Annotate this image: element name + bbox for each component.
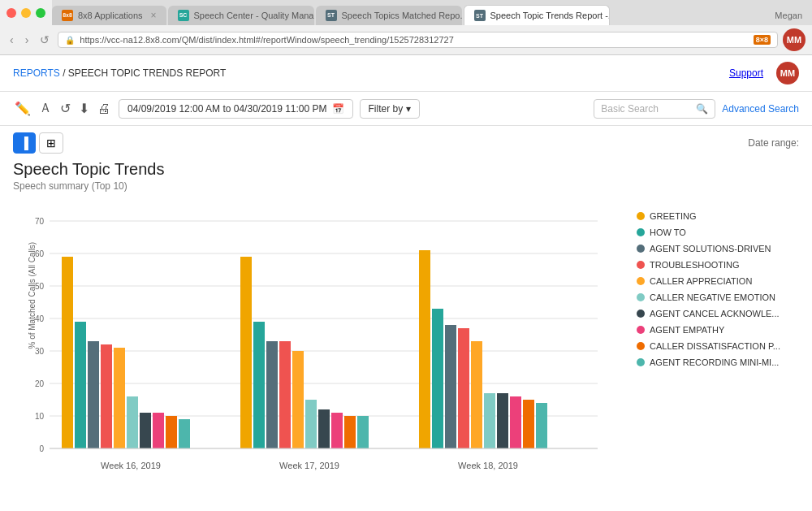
week-18-label: Week 18, 2019 (458, 461, 518, 470)
date-range-text: 04/09/2019 12:00 AM to 04/30/2019 11:00 … (127, 103, 327, 115)
legend-item-agent-rec: AGENT RECORDING MINI-MI... (637, 357, 799, 367)
breadcrumb-separator: / (63, 67, 68, 79)
header-user-avatar[interactable]: MM (776, 62, 799, 84)
breadcrumb-reports-link[interactable]: REPORTS (13, 67, 60, 79)
legend-label-agent-sol: AGENT SOLUTIONS-DRIVEN (650, 244, 771, 253)
legend-item-caller-app: CALLER APPRECIATION (637, 276, 799, 286)
toolbar: ✏️ Ａ ↺ ⬇ 🖨 04/09/2019 12:00 AM to 04/30/… (0, 92, 812, 126)
legend-label-greeting: GREETING (650, 211, 696, 221)
tab-8x8-applications[interactable]: 8x8 8x8 Applications × (52, 6, 166, 25)
legend-item-agent-sol: AGENT SOLUTIONS-DRIVEN (637, 244, 799, 253)
search-placeholder-text: Basic Search (601, 103, 659, 115)
legend-item-trouble: TROUBLESHOOTING (637, 260, 799, 270)
w17-bar-agent-cancel (318, 409, 330, 448)
user-avatar[interactable]: MM (783, 28, 806, 51)
legend-dot-agent-sol (637, 245, 645, 253)
advanced-search-link[interactable]: Advanced Search (722, 103, 799, 115)
w17-bar-agent-emp (331, 413, 343, 448)
breadcrumb-current: SPEECH TOPIC TRENDS REPORT (68, 67, 227, 79)
address-bar[interactable]: 🔒 https://vcc-na12.8x8.com/QM/dist/index… (58, 32, 778, 48)
forward-button[interactable]: › (22, 32, 32, 48)
legend-dot-caller-app (637, 277, 645, 285)
date-range-button[interactable]: 04/09/2019 12:00 AM to 04/30/2019 11:00 … (119, 99, 353, 119)
w18-bar-agent-rec (536, 403, 547, 448)
download-icon-button[interactable]: ⬇ (77, 98, 91, 119)
w16-bar-caller-app (114, 348, 125, 448)
support-link[interactable]: Support (729, 67, 763, 79)
close-light[interactable] (6, 8, 16, 18)
view-controls: ▐ ⊞ Date range: (0, 126, 812, 160)
w18-bar-agent-sol (445, 325, 456, 448)
legend-dot-agent-rec (637, 358, 645, 366)
w18-bar-trouble (458, 328, 469, 448)
w18-bar-greeting (419, 250, 430, 448)
w16-bar-agent-emp (153, 413, 164, 448)
tab-label-2: Speech Center - Quality Mana... (194, 11, 314, 20)
tab-favicon-1: 8x8 (62, 10, 73, 21)
legend-dot-caller-neg (637, 293, 645, 301)
w18-bar-agent-emp (510, 396, 521, 448)
w18-bar-caller-dis (523, 400, 534, 448)
toolbar-icons: ✏️ Ａ ↺ ⬇ 🖨 (13, 98, 112, 119)
legend-label-agent-emp: AGENT EMPATHY (650, 325, 724, 335)
w18-bar-agent-cancel (497, 393, 508, 448)
table-view-button[interactable]: ⊞ (39, 132, 63, 154)
legend-label-caller-app: CALLER APPRECIATION (650, 276, 752, 286)
address-bar-row: ‹ › ↺ 🔒 https://vcc-na12.8x8.com/QM/dist… (0, 25, 812, 54)
refresh-icon-button[interactable]: ↺ (58, 98, 72, 119)
w18-bar-howto (432, 309, 443, 448)
w17-bar-agent-rec (357, 416, 369, 448)
legend-dot-trouble (637, 261, 645, 269)
bar-chart-view-button[interactable]: ▐ (13, 132, 36, 154)
refresh-button[interactable]: ↺ (37, 32, 53, 48)
table-icon: ⊞ (46, 136, 56, 149)
tab-label-3: Speech Topics Matched Repo... (342, 11, 462, 20)
y-label-20: 20 (35, 379, 45, 388)
window-title: Megan (775, 11, 812, 20)
chart-container: % of Matched Calls (All Calls) 0 10 20 3… (13, 205, 799, 483)
app-header: REPORTS / SPEECH TOPIC TRENDS REPORT Sup… (0, 55, 812, 92)
minimize-light[interactable] (21, 8, 31, 18)
maximize-light[interactable] (36, 8, 45, 18)
w17-bar-caller-app (292, 351, 304, 448)
edit-icon-button[interactable]: ✏️ (13, 98, 32, 119)
header-actions: Support MM (729, 62, 799, 84)
legend-label-agent-cancel: AGENT CANCEL ACKNOWLE... (650, 309, 780, 318)
w17-bar-howto (253, 322, 265, 448)
back-button[interactable]: ‹ (6, 32, 17, 48)
bar-chart-icon: ▐ (20, 136, 28, 149)
w18-bar-caller-neg (484, 393, 495, 448)
legend-dot-greeting (637, 212, 645, 220)
search-icon: 🔍 (696, 103, 708, 115)
tab-favicon-2: SC (178, 10, 189, 21)
legend-item-agent-emp: AGENT EMPATHY (637, 325, 799, 335)
print-icon-button[interactable]: 🖨 (96, 98, 112, 119)
legend-item-greeting: GREETING (637, 211, 799, 221)
date-range-label: Date range: (748, 137, 799, 149)
text-icon-button[interactable]: Ａ (37, 98, 54, 119)
w17-bar-caller-neg (305, 400, 317, 448)
breadcrumb: REPORTS / SPEECH TOPIC TRENDS REPORT (13, 67, 729, 79)
legend-dot-caller-dis (637, 342, 645, 350)
chart-area: Speech Topic Trends Speech summary (Top … (0, 160, 812, 496)
legend-label-trouble: TROUBLESHOOTING (650, 260, 740, 270)
legend-item-caller-dis: CALLER DISSATISFACTION P... (637, 341, 799, 351)
y-label-0: 0 (39, 444, 44, 453)
filter-chevron-icon: ▾ (406, 103, 411, 115)
tab-speech-topics[interactable]: ST Speech Topics Matched Repo... × (316, 6, 462, 25)
tab-speech-center[interactable]: SC Speech Center - Quality Mana... × (168, 6, 314, 25)
tab-speech-trends[interactable]: ST Speech Topic Trends Report -... × (464, 5, 610, 25)
filter-by-button[interactable]: Filter by ▾ (360, 99, 421, 119)
legend-label-agent-rec: AGENT RECORDING MINI-MI... (650, 357, 779, 367)
chart-legend: GREETING HOW TO AGENT SOLUTIONS-DRIVEN T… (637, 205, 799, 483)
chart-subtitle: Speech summary (Top 10) (13, 180, 799, 192)
browser-chrome: 8x8 8x8 Applications × SC Speech Center … (0, 0, 812, 55)
basic-search-input[interactable]: Basic Search 🔍 (594, 99, 715, 119)
w18-bar-caller-app (471, 341, 482, 448)
week-17-label: Week 17, 2019 (279, 461, 339, 470)
legend-dot-agent-emp (637, 326, 645, 334)
tab-close-1[interactable]: × (151, 10, 157, 21)
calendar-icon: 📅 (332, 103, 344, 115)
y-label-10: 10 (35, 412, 45, 421)
tab-favicon-3: ST (326, 10, 337, 21)
